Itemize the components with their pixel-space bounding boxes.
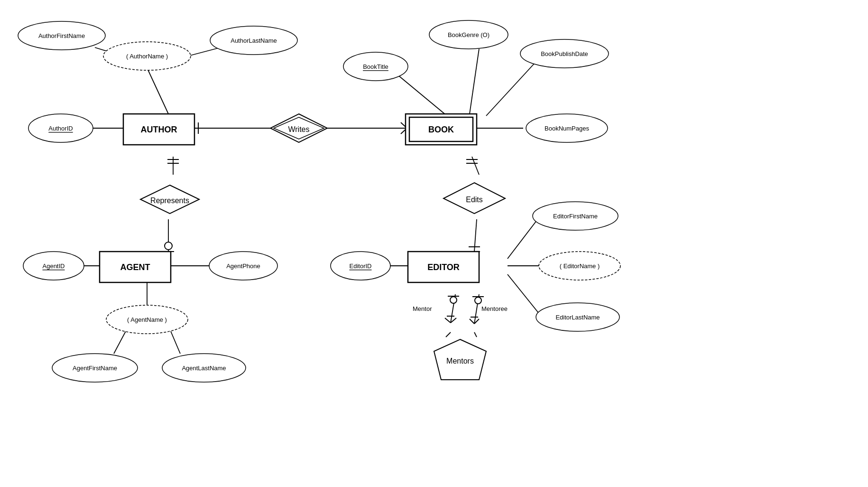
- rel-writes-label: Writes: [288, 125, 309, 133]
- attr-author-id-label: AuthorID: [48, 125, 73, 132]
- attr-author-lastname-label: AuthorLastName: [231, 37, 277, 44]
- attr-agent-name-label: ( AgentName ): [127, 316, 167, 323]
- attr-agent-id-label: AgentID: [43, 262, 65, 270]
- attr-agent-lastname-label: AgentLastName: [182, 365, 226, 372]
- entity-agent-label: AGENT: [120, 262, 150, 272]
- label-mentoree: Mentoree: [481, 305, 508, 312]
- svg-line-33: [508, 218, 538, 259]
- svg-line-13: [486, 62, 536, 116]
- svg-line-2: [147, 68, 168, 114]
- attr-agent-firstname-label: AgentFirstName: [73, 365, 117, 372]
- svg-line-24: [114, 331, 126, 354]
- attr-editor-name-label: ( EditorName ): [560, 262, 600, 270]
- attr-editor-id-label: EditorID: [350, 262, 372, 270]
- svg-point-40: [450, 297, 457, 303]
- attr-agent-phone-label: AgentPhone: [226, 262, 260, 270]
- rel-represents-label: Represents: [150, 197, 189, 205]
- er-diagram: AuthorFirstName ( AuthorName ) AuthorLas…: [0, 0, 868, 487]
- svg-line-37: [445, 318, 451, 323]
- attr-book-genre-label: BookGenre (O): [448, 31, 489, 38]
- svg-line-49: [474, 332, 477, 337]
- svg-line-35: [508, 274, 541, 316]
- svg-line-25: [171, 331, 180, 354]
- entity-editor-label: EDITOR: [427, 262, 460, 272]
- attr-editor-firstname-label: EditorFirstName: [553, 213, 598, 220]
- attr-book-publish-date-label: BookPublishDate: [541, 50, 588, 57]
- svg-line-11: [396, 74, 446, 115]
- attr-editor-lastname-label: EditorLastName: [555, 314, 600, 321]
- attr-book-title-label: BookTitle: [363, 63, 388, 70]
- entity-book-label: BOOK: [428, 125, 454, 134]
- svg-point-46: [475, 297, 481, 304]
- svg-line-43: [470, 319, 474, 324]
- attr-author-firstname-label: AuthorFirstName: [38, 32, 85, 39]
- rel-edits-label: Edits: [466, 196, 483, 204]
- entity-author-label: AUTHOR: [141, 125, 177, 134]
- label-mentor: Mentor: [413, 305, 432, 312]
- attr-book-num-pages-label: BookNumPages: [545, 125, 589, 132]
- rel-mentors-label: Mentors: [446, 357, 474, 365]
- svg-line-12: [470, 49, 479, 114]
- attr-author-name-label: ( AuthorName ): [126, 53, 168, 60]
- svg-point-19: [165, 242, 172, 250]
- svg-line-48: [446, 332, 451, 337]
